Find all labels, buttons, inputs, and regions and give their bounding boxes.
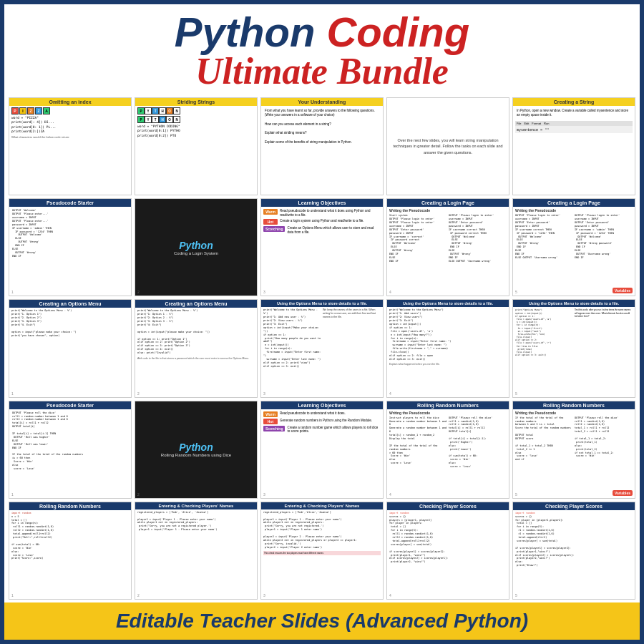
footer-text: Editable Teacher Slides (Advanced Python…: [16, 610, 628, 633]
login4-subtitle: Writing the Pseudocode: [389, 208, 507, 213]
obj2-text-hot: Generate random numbers in Python using …: [280, 419, 372, 423]
pizza-box-i: I: [19, 107, 26, 114]
card-header-login5: Creating a Login Page: [513, 199, 635, 207]
card-options-menu1: Creating an Options Menu print("Welcome …: [9, 299, 132, 397]
card-header-objectives2: Learning Objectives: [261, 401, 383, 409]
card-header-checking1: Checking Player Scores: [387, 502, 509, 510]
card-understanding: Your Understanding From what you have le…: [260, 97, 384, 195]
options3-col1: print("Welcome to the Options Menu - %")…: [263, 308, 321, 368]
card-header-pseudo: Pseudocode Starter: [9, 199, 131, 207]
card-learning-objectives2: Learning Objectives Warm Read pseudocode…: [260, 401, 384, 499]
card-login-page-5: Creating a Login Page Writing the Pseudo…: [512, 198, 635, 296]
pizza-code: word = "PIZZA" print(word[: 4]) DI... pr…: [11, 116, 129, 134]
stride-y: Y: [145, 107, 152, 114]
rolling2-subtitle: Writing the Pseudocode: [515, 411, 633, 415]
stride2-p: P: [137, 116, 145, 123]
rolling2-cols: If the total of the total of the random …: [515, 416, 633, 462]
string-instructions: In Python, open a new window. Create a v…: [515, 107, 633, 119]
card-body-options4: print("Welcome to the Options Menu") pri…: [387, 307, 509, 396]
obj2-badge-hot: Hot: [263, 419, 278, 424]
obj-badge-warm: Warm: [263, 209, 278, 215]
info-text: Over the next few slides, you will learn…: [390, 137, 506, 155]
login5-col1: OUTPUT 'Please login to enter' username …: [515, 214, 573, 260]
menu-file: File: [517, 122, 521, 125]
striding-boxes: P Y T H O N: [137, 107, 255, 114]
options5-col2: Test this code, after you run it a few t…: [575, 308, 633, 356]
entering1-code: registered_players = ['Rob', 'Alice', 'J…: [137, 511, 255, 532]
card-body-striding: P Y T H O N P Y T H O: [135, 106, 257, 195]
card-body-pseudo2: OUTPUT 'Please roll the dice' roll1 = ra…: [9, 409, 131, 498]
card-creating-string: Creating a String In Python, open a new …: [512, 97, 635, 195]
obj-badge-hot: Hot: [263, 219, 278, 225]
options4-code: print("Welcome to the Options Menu") pri…: [389, 308, 507, 361]
pseudo-code-text: OUTPUT 'Welcome' OUTPUT 'Please enter...…: [11, 208, 129, 258]
grid-area: Omitting an index P I Z Z A word = "PIZZ…: [4, 94, 640, 602]
striding-boxes2-inner: P Y T H O N: [137, 116, 255, 123]
card-num-checking1: 4: [389, 593, 391, 597]
obj2-warm: Warm Read pseudocode to understand what …: [263, 411, 381, 417]
row1: Omitting an index P I Z Z A word = "PIZZ…: [9, 97, 635, 195]
striding-boxes2: P Y T H O N: [137, 116, 255, 123]
card-header-rolling3: Rolling Random Numbers: [9, 502, 131, 510]
options4-task: Explain what happened when you ran the f…: [389, 363, 507, 366]
card-rolling3: Rolling Random Numbers import random n =…: [9, 502, 132, 600]
rolling2-col2: OUTPUT 'Please roll the dice' roll1 = ra…: [575, 416, 633, 462]
obj-warm: Warm Read pseudocode to understand what …: [263, 209, 381, 218]
card-header-objectives: Learning Objectives: [261, 199, 383, 207]
string-menu-bar: File Edit Format Run: [515, 121, 633, 126]
card-body-entering1: registered_players = ['Rob', 'Alice', 'J…: [135, 509, 257, 599]
card-header-striding: Striding Strings: [135, 98, 257, 106]
login4-col2: OUTPUT 'Please login to enter' username …: [449, 214, 507, 263]
options2-code: print("Welcome to the Options Menu - %")…: [137, 309, 255, 355]
card-num-entering1: 2: [137, 593, 140, 597]
login4-columns: Start system OUTPUT 'Please login to ent…: [389, 214, 507, 263]
pizza-box-a: A: [43, 107, 50, 114]
rolling1-cols: Instruct players to roll the dice Genera…: [389, 416, 507, 469]
card-body-options5: print("Options Menu") option = int(input…: [513, 307, 635, 396]
login5-subtitle: Writing the Pseudocode: [515, 208, 633, 213]
card-rolling2: Rolling Random Numbers Writing the Pseud…: [512, 401, 635, 499]
card-login-page-4: Creating a Login Page Writing the Pseudo…: [386, 198, 509, 296]
card-checking2: Checking Player Scores import random sco…: [512, 502, 635, 600]
python-dice-content: Python Rolling Random Numbers using Dice: [135, 401, 257, 498]
options3-cols: print("Welcome to the Options Menu - %")…: [263, 308, 381, 368]
options5-col1: print("Options Menu") option = int(input…: [515, 308, 573, 356]
card-entering2: Entering & Checking Players' Names regis…: [260, 502, 384, 600]
pizza-description: What characters would the below code ret…: [11, 135, 129, 139]
card-pseudo2: Pseudocode Starter OUTPUT 'Please roll t…: [9, 401, 132, 499]
menu-edit: Edit: [524, 122, 529, 125]
pizza-box-z2: Z: [35, 107, 42, 114]
card-num-opts3: 3: [263, 391, 265, 396]
login5-columns: OUTPUT 'Please login to enter' username …: [515, 214, 633, 260]
obj2-badge-scorching: Scorching: [263, 426, 285, 431]
options5-desc: Test this code, after you run it a few t…: [575, 308, 633, 318]
card-header-entering1: Entering & Checking Players' Names: [135, 502, 257, 509]
obj2-badge-warm: Warm: [263, 411, 278, 417]
obj-text-scorching: Create an Options Menu which allows user…: [287, 226, 381, 235]
card-options-menu4: Using the Options Menu to store details …: [386, 299, 509, 397]
header-title-line1: Python Coding: [16, 11, 628, 53]
card-num-login4: 4: [389, 290, 391, 294]
card-options-menu3: Using the Options Menu to store details …: [260, 299, 384, 397]
card-num-opts5: 5: [515, 391, 517, 396]
obj2-hot: Hot Generate random numbers in Python us…: [263, 419, 381, 424]
options2-task: Add code to the file in that stores a pa…: [137, 357, 255, 360]
checking1-code: import random scores = {} players = [pla…: [389, 512, 507, 564]
card-header-login4: Creating a Login Page: [387, 199, 509, 207]
card-num-pseudo2: 1: [11, 492, 14, 497]
card-num-dice: 2: [137, 492, 140, 497]
rolling1-subtitle: Writing the Pseudocode: [389, 411, 507, 415]
row5: Rolling Random Numbers import random n =…: [9, 502, 635, 600]
card-body-options2: print("Welcome to the Options Menu - %")…: [135, 308, 257, 396]
obj2-text-scorching: Create a random number game which allows…: [287, 426, 381, 434]
pseudo2-code: OUTPUT 'Please roll the dice' roll1 = ra…: [11, 411, 129, 472]
card-checking1: Checking Player Scores import random sco…: [386, 502, 509, 600]
card-body-rolling1: Writing the Pseudocode Instruct players …: [387, 409, 509, 498]
stride-n: N: [173, 107, 180, 114]
card-num-opts2: 2: [137, 391, 140, 396]
card-body-understanding: From what you have learnt so far, provid…: [261, 106, 383, 195]
card-header-options1: Creating an Options Menu: [9, 300, 131, 308]
entering2-highlight: This check ensures the two players must …: [263, 551, 381, 555]
header-python: Python: [175, 9, 327, 55]
stride2-n: N: [173, 116, 180, 123]
